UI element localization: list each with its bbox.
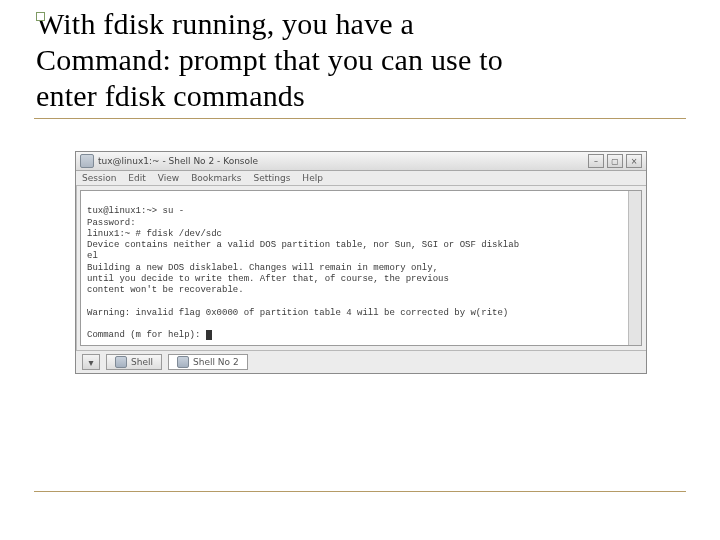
divider bbox=[34, 118, 686, 119]
tabbar: ▾ Shell Shell No 2 bbox=[76, 350, 646, 373]
terminal-line: content won't be recoverable. bbox=[87, 285, 244, 295]
tab-label: Shell No 2 bbox=[193, 357, 239, 367]
title-span: enter bbox=[36, 79, 105, 112]
terminal-line: Device contains neither a valid DOS part… bbox=[87, 240, 519, 250]
chevron-down-icon: ▾ bbox=[88, 357, 93, 368]
title-span: commands bbox=[166, 79, 305, 112]
terminal-prompt: Command (m for help): bbox=[87, 330, 206, 340]
menu-view[interactable]: View bbox=[158, 173, 179, 183]
terminal-output[interactable]: tux@linux1:~> su - Password: linux1:~ # … bbox=[80, 190, 642, 346]
menu-help[interactable]: Help bbox=[302, 173, 323, 183]
tab-shell-2[interactable]: Shell No 2 bbox=[168, 354, 248, 370]
title-span: running, you have a bbox=[164, 7, 414, 40]
titlebar[interactable]: tux@linux1:~ - Shell No 2 - Konsole – ▢ … bbox=[76, 152, 646, 171]
close-icon: × bbox=[631, 157, 638, 166]
slide-title: With fdisk running, you have a Command: … bbox=[36, 6, 684, 114]
menu-session[interactable]: Session bbox=[82, 173, 116, 183]
close-button[interactable]: × bbox=[626, 154, 642, 168]
terminal-line: tux@linux1:~> su - bbox=[87, 206, 184, 216]
terminal-line: el bbox=[87, 251, 98, 261]
terminal-icon bbox=[115, 356, 127, 368]
tab-shell-1[interactable]: Shell bbox=[106, 354, 162, 370]
scrollbar[interactable] bbox=[628, 191, 641, 345]
title-fdisk: fdisk bbox=[105, 79, 166, 112]
terminal-line: Warning: invalid flag 0x0000 of partitio… bbox=[87, 308, 508, 318]
cursor-icon bbox=[206, 330, 212, 340]
divider bbox=[34, 491, 686, 492]
tab-label: Shell bbox=[131, 357, 153, 367]
title-fdisk: fdisk bbox=[103, 7, 164, 40]
window-title: tux@linux1:~ - Shell No 2 - Konsole bbox=[98, 156, 584, 166]
menu-bookmarks[interactable]: Bookmarks bbox=[191, 173, 241, 183]
menu-edit[interactable]: Edit bbox=[128, 173, 145, 183]
bullet-icon bbox=[36, 12, 45, 21]
terminal-line: Building a new DOS disklabel. Changes wi… bbox=[87, 263, 438, 273]
terminal-line: Password: bbox=[87, 218, 136, 228]
maximize-button[interactable]: ▢ bbox=[607, 154, 623, 168]
menubar: Session Edit View Bookmarks Settings Hel… bbox=[76, 171, 646, 186]
konsole-window: tux@linux1:~ - Shell No 2 - Konsole – ▢ … bbox=[75, 151, 647, 374]
minimize-icon: – bbox=[594, 157, 598, 166]
minimize-button[interactable]: – bbox=[588, 154, 604, 168]
menu-settings[interactable]: Settings bbox=[253, 173, 290, 183]
maximize-icon: ▢ bbox=[611, 157, 619, 166]
title-span: With bbox=[36, 7, 103, 40]
terminal-icon bbox=[80, 154, 94, 168]
new-tab-button[interactable]: ▾ bbox=[82, 354, 100, 370]
title-span: Command: prompt that you can use to bbox=[36, 43, 503, 76]
terminal-icon bbox=[177, 356, 189, 368]
terminal-line: linux1:~ # fdisk /dev/sdc bbox=[87, 229, 222, 239]
terminal-line: until you decide to write them. After th… bbox=[87, 274, 449, 284]
